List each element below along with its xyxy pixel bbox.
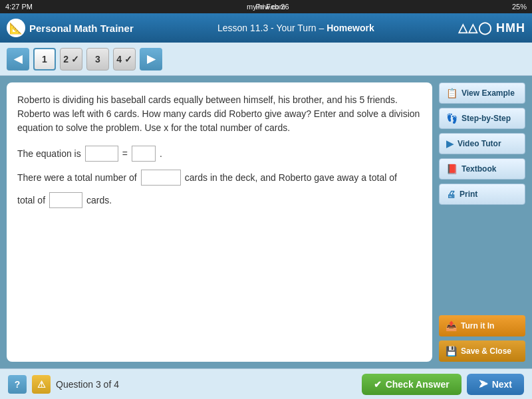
equation-input-2[interactable]	[132, 146, 156, 162]
lesson-title: Lesson 11.3 - Your Turn – Homework	[217, 23, 374, 33]
view-example-button[interactable]: 📋 View Example	[439, 82, 525, 104]
page-button-3[interactable]: 3	[86, 48, 109, 70]
warn-button[interactable]: ⚠	[32, 375, 51, 394]
bottom-left: ? ⚠ Question 3 of 4	[8, 375, 119, 394]
page-button-1[interactable]: 1	[33, 48, 56, 70]
question-text: Roberto is dividing his baseball cards e…	[17, 93, 422, 135]
brand-logo: 📐 Personal Math Trainer	[7, 19, 134, 37]
page-button-4[interactable]: 4 ✓	[113, 48, 136, 70]
video-tutor-label: Video Tutor	[458, 139, 501, 148]
question-counter: Question 3 of 4	[56, 379, 119, 390]
main-area: Roberto is dividing his baseball cards e…	[0, 76, 532, 368]
help-button[interactable]: ?	[8, 375, 27, 394]
warn-icon: ⚠	[37, 379, 46, 390]
status-bar: 4:27 PM Fri Feb 26 my.hrw.com 25%	[0, 0, 532, 13]
save-close-button[interactable]: 💾 Save & Close	[439, 340, 525, 362]
equation-label: The equation is	[17, 147, 81, 161]
question-panel: Roberto is dividing his baseball cards e…	[7, 82, 432, 362]
print-icon: 🖨	[446, 189, 456, 200]
check-answer-label: Check Answer	[386, 379, 450, 390]
equation-period: .	[160, 147, 162, 161]
status-battery: 25%	[512, 3, 527, 11]
turn-it-in-icon: 📤	[446, 321, 457, 331]
hmh-logo: △△◯ HMH	[458, 21, 525, 35]
equation-row: The equation is = .	[17, 146, 422, 162]
gave-away-input[interactable]	[49, 192, 82, 208]
status-time: 4:27 PM	[5, 3, 33, 11]
save-close-label: Save & Close	[461, 346, 511, 356]
check-icon: ✔	[374, 379, 382, 390]
step-by-step-button[interactable]: 👣 Step-by-Step	[439, 108, 525, 129]
page-button-2[interactable]: 2 ✓	[60, 48, 82, 70]
view-example-icon: 📋	[446, 88, 458, 98]
bottom-bar: ? ⚠ Question 3 of 4 ✔ Check Answer ⮞ Nex…	[0, 368, 532, 399]
equation-input-1[interactable]	[85, 146, 118, 162]
bottom-right: ✔ Check Answer ⮞ Next	[362, 374, 524, 395]
fill-row: There were a total number of cards in th…	[17, 170, 422, 186]
next-arrow-button[interactable]: ▶	[140, 48, 162, 70]
step-by-step-icon: 👣	[446, 113, 458, 124]
total-label: total of	[17, 194, 45, 207]
video-tutor-icon: ▶	[446, 138, 454, 149]
next-button[interactable]: ⮞ Next	[467, 374, 524, 395]
top-header: 📐 Personal Math Trainer Lesson 11.3 - Yo…	[0, 13, 532, 43]
textbook-button[interactable]: 📕 Textbook	[439, 158, 525, 180]
nav-bar: ◀ 1 2 ✓ 3 4 ✓ ▶	[0, 43, 532, 76]
textbook-label: Textbook	[462, 164, 496, 174]
fill-text-1: There were a total number of	[17, 171, 137, 185]
textbook-icon: 📕	[446, 164, 458, 174]
help-icon: ?	[15, 379, 21, 390]
check-answer-button[interactable]: ✔ Check Answer	[362, 374, 462, 395]
prev-arrow-button[interactable]: ◀	[7, 48, 29, 70]
lesson-title-text: Lesson 11.3 - Your Turn – Homework	[217, 23, 374, 33]
sidebar: 📋 View Example 👣 Step-by-Step ▶ Video Tu…	[439, 82, 525, 362]
brand-name: Personal Math Trainer	[29, 23, 134, 34]
view-example-label: View Example	[462, 88, 515, 98]
status-url: my.hrw.com	[247, 3, 285, 11]
print-label: Print	[460, 190, 477, 199]
hmh-triangle-icon: △△◯	[458, 21, 492, 35]
sidebar-spacer	[439, 209, 525, 311]
next-label: Next	[492, 379, 512, 390]
fill-text-3: cards.	[86, 194, 112, 207]
fill-text-2: cards in the deck, and Roberto gave away…	[185, 171, 397, 185]
total-cards-input[interactable]	[141, 170, 181, 186]
equation-equals: =	[122, 147, 128, 161]
turn-it-in-button[interactable]: 📤 Turn it In	[439, 315, 525, 336]
save-close-icon: 💾	[446, 346, 457, 356]
next-icon: ⮞	[479, 379, 488, 390]
brand-icon: 📐	[7, 19, 25, 37]
total-row: total of cards.	[17, 192, 422, 208]
video-tutor-button[interactable]: ▶ Video Tutor	[439, 133, 525, 154]
print-button[interactable]: 🖨 Print	[439, 184, 525, 205]
step-by-step-label: Step-by-Step	[462, 114, 511, 123]
turn-it-in-label: Turn it In	[461, 321, 494, 331]
